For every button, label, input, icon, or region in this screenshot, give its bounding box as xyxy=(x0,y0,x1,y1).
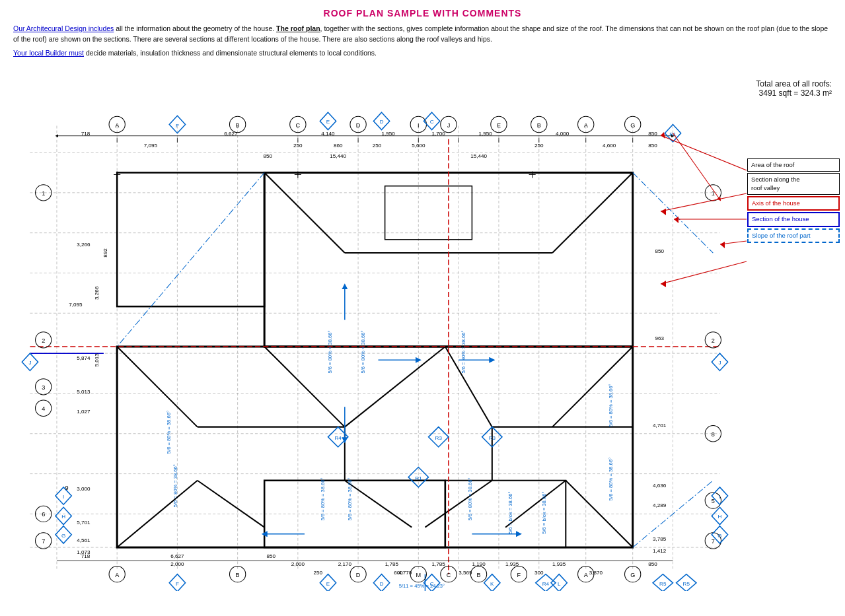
svg-text:892: 892 xyxy=(102,248,108,257)
svg-text:5,701: 5,701 xyxy=(77,520,91,526)
svg-text:2: 2 xyxy=(712,337,715,344)
svg-text:850: 850 xyxy=(648,561,657,567)
svg-text:A: A xyxy=(584,572,589,578)
svg-line-255 xyxy=(673,133,720,199)
svg-text:R3: R3 xyxy=(489,435,496,441)
svg-text:F: F xyxy=(176,123,179,129)
page-title: ROOF PLAN SAMPLE WITH COMMENTS xyxy=(0,0,845,18)
svg-text:4,561: 4,561 xyxy=(77,537,91,543)
svg-text:1: 1 xyxy=(42,190,45,197)
svg-text:5/6 = 80% = 38.66°: 5/6 = 80% = 38.66° xyxy=(327,330,333,373)
svg-text:1,950: 1,950 xyxy=(382,131,396,137)
svg-text:2,170: 2,170 xyxy=(338,561,352,567)
svg-text:250: 250 xyxy=(534,143,544,149)
svg-text:M: M xyxy=(416,572,422,578)
svg-text:963: 963 xyxy=(655,335,664,341)
total-area-label: Total area of all roofs: 3491 sqft = 324… xyxy=(756,79,832,98)
svg-text:I: I xyxy=(63,494,64,500)
svg-text:4: 4 xyxy=(42,405,45,412)
svg-text:J: J xyxy=(447,122,451,129)
svg-text:E: E xyxy=(326,581,330,587)
svg-text:3,785: 3,785 xyxy=(653,536,667,542)
svg-text:5/6 = 80% = 38.66°: 5/6 = 80% = 38.66° xyxy=(360,330,366,373)
svg-text:8: 8 xyxy=(712,431,715,438)
svg-text:4,140: 4,140 xyxy=(321,131,335,137)
svg-text:K: K xyxy=(490,581,494,587)
svg-text:1,190: 1,190 xyxy=(472,561,486,567)
svg-text:R5: R5 xyxy=(659,581,667,587)
svg-text:15,440: 15,440 xyxy=(470,153,487,159)
svg-text:4,636: 4,636 xyxy=(653,483,667,489)
svg-text:1,700: 1,700 xyxy=(432,131,446,137)
builder-link[interactable]: Your local Builder must xyxy=(13,49,84,57)
description-text: Our Architecural Design includes all the… xyxy=(0,18,845,48)
svg-text:850: 850 xyxy=(263,153,272,159)
svg-text:R4: R4 xyxy=(335,435,342,441)
svg-text:5/6 = 80% = 38.66°: 5/6 = 80% = 38.66° xyxy=(166,411,172,454)
legend-axis-house: Axis of the house xyxy=(747,196,840,211)
svg-text:860: 860 xyxy=(334,143,343,149)
svg-text:7: 7 xyxy=(42,538,45,545)
svg-text:G: G xyxy=(630,572,635,578)
roof-plan-drawing: 718 6,627 4,140 1,950 1,700 1,950 4,000 … xyxy=(10,102,747,591)
svg-text:9: 9 xyxy=(65,485,69,491)
arch-design-link[interactable]: Our Architecural Design includes xyxy=(13,24,114,32)
svg-text:B: B xyxy=(236,572,240,578)
svg-text:A: A xyxy=(115,572,120,578)
svg-text:C: C xyxy=(447,572,451,578)
svg-text:1,935: 1,935 xyxy=(552,561,566,567)
svg-text:5/6 = 80% = 38.66°: 5/6 = 80% = 38.66° xyxy=(320,477,326,520)
legend: Area of the roof Section along theroof v… xyxy=(747,158,840,243)
svg-text:5/6 = 80% = 38.66°: 5/6 = 80% = 38.66° xyxy=(467,477,473,520)
svg-text:2: 2 xyxy=(42,337,45,344)
svg-text:3,000: 3,000 xyxy=(77,486,91,492)
svg-text:D: D xyxy=(380,119,384,125)
svg-text:5/6 = 80% = 38.66°: 5/6 = 80% = 38.66° xyxy=(460,330,466,373)
svg-text:D: D xyxy=(356,122,361,129)
svg-text:C: C xyxy=(430,581,434,587)
svg-line-31 xyxy=(117,347,198,427)
svg-line-35 xyxy=(445,347,492,427)
svg-text:J: J xyxy=(28,360,31,366)
svg-rect-27 xyxy=(385,186,472,240)
svg-text:7: 7 xyxy=(712,538,715,545)
svg-text:I: I xyxy=(418,122,420,129)
svg-text:5/6 = b/ox = 38.66°: 5/6 = b/ox = 38.66° xyxy=(507,492,513,534)
legend-section-house: Section of the house xyxy=(747,212,840,226)
svg-text:R1: R1 xyxy=(415,475,422,481)
svg-text:850: 850 xyxy=(648,131,657,137)
svg-text:250: 250 xyxy=(293,143,303,149)
svg-text:B: B xyxy=(537,122,541,129)
svg-text:3,870: 3,870 xyxy=(589,570,603,576)
svg-text:A: A xyxy=(115,122,120,129)
svg-text:1,073: 1,073 xyxy=(77,549,91,555)
svg-text:C: C xyxy=(430,119,434,125)
svg-text:F: F xyxy=(517,572,521,578)
svg-text:5/6 = 80% = 38.66°: 5/6 = 80% = 38.66° xyxy=(608,384,614,427)
svg-text:1,412: 1,412 xyxy=(653,548,667,554)
svg-line-52 xyxy=(117,172,264,347)
svg-text:5/6 = 80% = 38.66°: 5/6 = 80% = 38.66° xyxy=(172,464,178,507)
svg-line-43 xyxy=(345,481,412,528)
svg-text:B: B xyxy=(236,122,240,129)
svg-text:D: D xyxy=(380,581,384,587)
svg-text:B: B xyxy=(477,572,481,578)
svg-text:1,785: 1,785 xyxy=(385,561,399,567)
builder-text: Your local Builder must decide materials… xyxy=(0,48,845,59)
svg-text:5,013: 5,013 xyxy=(77,389,91,395)
svg-text:4,000: 4,000 xyxy=(556,131,569,137)
legend-section-valley: Section along theroof valley xyxy=(747,173,840,195)
svg-text:G: G xyxy=(61,533,65,539)
svg-text:R4: R4 xyxy=(542,581,550,587)
svg-text:1,027: 1,027 xyxy=(77,409,91,415)
svg-text:7,095: 7,095 xyxy=(144,143,158,149)
svg-text:D: D xyxy=(356,572,361,578)
svg-line-32 xyxy=(552,347,633,427)
svg-text:5,013: 5,013 xyxy=(94,353,100,367)
svg-text:5,600: 5,600 xyxy=(412,143,425,149)
roof-plan-bold: The roof plan xyxy=(276,24,320,32)
svg-text:F: F xyxy=(176,581,179,587)
svg-text:600: 600 xyxy=(394,570,403,576)
svg-text:G: G xyxy=(630,122,635,129)
svg-text:3,569: 3,569 xyxy=(459,570,472,576)
